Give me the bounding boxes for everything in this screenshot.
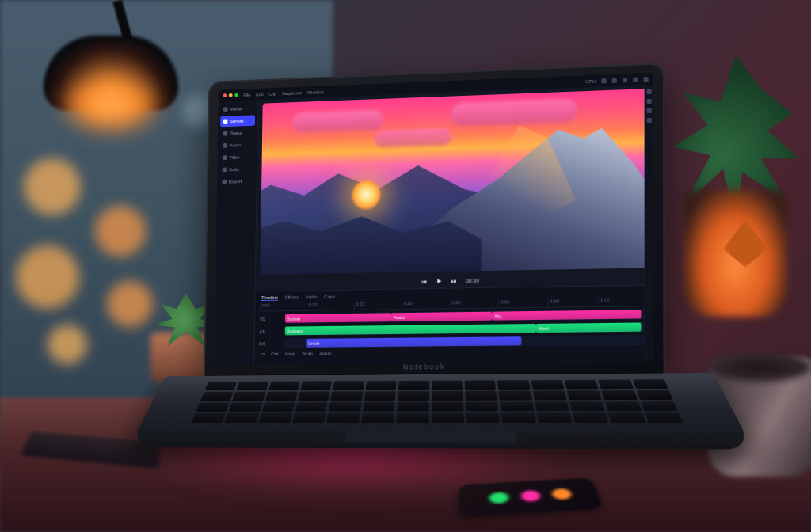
close-panel-icon[interactable] [644,77,649,82]
keyboard-key[interactable] [533,390,567,400]
search-icon[interactable] [623,78,627,82]
next-button[interactable]: ⏭ [451,277,458,284]
keyboard-key[interactable] [333,381,364,390]
keyboard-key[interactable] [398,381,429,390]
keyboard-key[interactable] [363,401,395,411]
menu-item[interactable]: Sequence [282,90,303,96]
keyboard-key[interactable] [398,391,429,401]
keyboard-key[interactable] [636,390,672,400]
keyboard-key[interactable] [361,412,394,423]
keyboard-key[interactable] [466,401,499,411]
clip-sky[interactable]: Sky [492,310,641,320]
keyboard-key[interactable] [567,390,602,400]
minimize-icon[interactable] [229,93,233,97]
keyboard-key[interactable] [432,412,464,423]
keyboard-key[interactable] [265,391,298,401]
keyboard-key[interactable] [501,412,536,423]
clip-grade[interactable]: Grade [306,336,521,347]
clip-ambient[interactable]: Ambient [285,324,536,335]
keyboard-key[interactable] [364,391,396,401]
keyboard-key[interactable] [608,412,645,423]
timeline-tab-effects[interactable]: Effects [285,294,299,300]
keyboard-key[interactable] [298,391,330,401]
prev-button[interactable]: ⏮ [421,278,428,285]
sidebar-item-export[interactable]: Export [219,176,254,188]
keyboard-key[interactable] [237,382,269,390]
sidebar-item-media[interactable]: Media [220,103,255,115]
keyboard-key[interactable] [500,401,534,411]
keyboard-key[interactable] [465,390,497,400]
keyboard-key[interactable] [365,381,396,390]
menu-item[interactable]: Edit [256,92,264,97]
pointer-tool-icon[interactable] [647,89,652,94]
keyboard-key[interactable] [300,381,332,390]
keyboard-key[interactable] [200,392,234,401]
keyboard-key[interactable] [537,412,573,423]
sidebar-item-peaks[interactable]: Peaks [220,127,255,139]
layout-icon[interactable] [612,78,617,82]
keyboard[interactable] [191,379,683,423]
menu-item[interactable]: Window [307,89,323,95]
hand-tool-icon[interactable] [647,108,652,113]
keyboard-key[interactable] [464,380,496,390]
sidebar-item-titles[interactable]: Titles [219,151,254,163]
keyboard-key[interactable] [233,391,266,401]
sidebar-item-sunset[interactable]: Sunset [220,115,255,127]
keyboard-key[interactable] [225,413,259,424]
keyboard-key[interactable] [565,380,599,390]
keyboard-key[interactable] [191,413,226,423]
timeline-toggle-in[interactable]: In [261,352,265,356]
timeline-toggle-loop[interactable]: Loop [285,352,295,356]
timeline-toggle-out[interactable]: Out [271,352,278,356]
zoom-icon[interactable] [234,93,238,97]
blade-tool-icon[interactable] [647,99,652,104]
clip-sunset[interactable]: Sunset [285,313,391,322]
clip-peaks[interactable]: Peaks [391,312,493,321]
track-lane[interactable]: AmbientWind [285,321,649,336]
export-icon[interactable] [633,77,638,82]
keyboard-key[interactable] [268,381,300,390]
keyboard-key[interactable] [229,402,262,412]
keyboard-key[interactable] [632,379,668,389]
settings-icon[interactable] [601,78,606,83]
keyboard-key[interactable] [645,412,683,423]
keyboard-key[interactable] [466,412,501,423]
zoom-tool-icon[interactable] [647,118,652,123]
keyboard-key[interactable] [292,413,326,424]
keyboard-key[interactable] [205,382,238,390]
preview-viewport[interactable] [261,89,649,275]
close-icon[interactable] [223,93,227,97]
keyboard-key[interactable] [258,413,292,424]
keyboard-key[interactable] [331,391,363,401]
keyboard-key[interactable] [573,412,609,423]
timeline-toggle-snap[interactable]: Snap [302,352,313,356]
keyboard-key[interactable] [326,412,360,423]
keyboard-key[interactable] [598,379,633,389]
keyboard-key[interactable] [329,401,361,411]
menu-item[interactable]: Clip [268,91,276,96]
keyboard-key[interactable] [497,380,530,390]
keyboard-key[interactable] [531,380,564,390]
keyboard-key[interactable] [432,380,463,390]
keyboard-key[interactable] [397,401,428,411]
keyboard-key[interactable] [432,401,464,411]
keyboard-key[interactable] [535,401,569,412]
keyboard-key[interactable] [432,391,463,401]
keyboard-key[interactable] [396,412,428,423]
sidebar-item-color[interactable]: Color [219,164,254,176]
keyboard-key[interactable] [196,402,230,412]
sidebar-item-audio[interactable]: Audio [220,139,255,151]
play-button[interactable]: ▶ [436,277,443,284]
window-traffic-lights[interactable] [223,93,238,98]
clip-wind[interactable]: Wind [536,323,641,333]
keyboard-key[interactable] [605,401,642,412]
timeline-tab-color[interactable]: Color [324,294,335,300]
timeline-tab-timeline[interactable]: Timeline [261,295,278,301]
keyboard-key[interactable] [295,402,329,412]
timeline-toggle-zoom[interactable]: Zoom [319,351,331,355]
timeline-tab-audio[interactable]: Audio [306,294,318,300]
menu-item[interactable]: File [243,92,250,97]
keyboard-key[interactable] [641,401,678,412]
track-lane[interactable]: SunsetPeaksSky [285,309,649,324]
keyboard-key[interactable] [601,390,637,400]
